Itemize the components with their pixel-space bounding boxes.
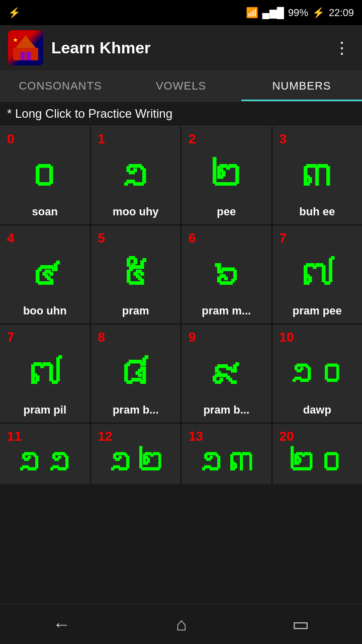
- cell-10-number: 10: [280, 330, 294, 345]
- back-button[interactable]: ←: [38, 609, 86, 640]
- cell-12-number: 12: [98, 429, 113, 444]
- cell-11-khmer: ១១: [15, 446, 75, 478]
- cell-6-khmer: ៦: [208, 248, 244, 301]
- cell-8-label: pram b...: [113, 404, 159, 417]
- tab-numbers[interactable]: NUMBERS: [241, 70, 362, 101]
- status-bar: ⚡ 📶 ▄▆█ 99% ⚡ 22:09: [0, 0, 362, 25]
- cell-0[interactable]: 0 ០ soan: [0, 126, 90, 224]
- cell-5-khmer: ៥: [118, 248, 154, 301]
- cell-13-number: 13: [189, 429, 203, 444]
- battery-icon: ⚡: [312, 7, 325, 19]
- cell-8-number: 8: [98, 330, 105, 345]
- cell-3[interactable]: 3 ៣ buh ee: [273, 126, 363, 224]
- cell-3-khmer: ៣: [299, 149, 335, 202]
- cell-13[interactable]: 13 ១៣: [182, 424, 272, 484]
- cell-0-label: soan: [32, 205, 58, 218]
- cell-0-khmer: ០: [27, 149, 63, 202]
- cell-4-label: boo uhn: [23, 304, 67, 317]
- time-text: 22:09: [329, 7, 354, 19]
- svg-rect-3: [27, 52, 31, 60]
- wifi-icon: 📶: [246, 7, 258, 19]
- cell-7a-number: 7: [280, 230, 287, 246]
- svg-rect-2: [21, 52, 25, 60]
- cell-3-label: buh ee: [299, 205, 335, 218]
- cell-1-number: 1: [98, 131, 105, 147]
- cell-20-number: 20: [280, 429, 294, 444]
- battery-text: 99%: [288, 7, 308, 19]
- cell-7a-label: pram pee: [293, 304, 342, 317]
- home-button[interactable]: ⌂: [161, 609, 202, 640]
- hint-text: * Long Click to Practice Writing: [0, 102, 362, 126]
- cell-4-khmer: ៤: [27, 248, 63, 301]
- signal-icon: ▄▆█: [262, 7, 284, 19]
- numbers-grid: 0 ០ soan 1 ១ moo uhy 2 ២ pee 3 ៣ buh ee …: [0, 126, 362, 484]
- tab-vowels[interactable]: VOWELS: [121, 70, 241, 101]
- cell-3-number: 3: [280, 131, 287, 147]
- cell-9-khmer: ៩: [208, 347, 244, 400]
- cell-4-number: 4: [7, 230, 14, 246]
- cell-8-khmer: ៨: [118, 347, 154, 400]
- cell-10-label: dawp: [303, 404, 331, 417]
- cell-9-label: pram b...: [203, 404, 249, 417]
- cell-5[interactable]: 5 ៥ pram: [91, 225, 181, 324]
- cell-5-number: 5: [98, 230, 105, 246]
- cell-2-number: 2: [189, 131, 196, 147]
- tab-consonants[interactable]: CONSONANTS: [0, 70, 121, 101]
- svg-text:★: ★: [13, 37, 18, 43]
- cell-12[interactable]: 12 ១២: [91, 424, 181, 484]
- cell-7a[interactable]: 7 ៧ pram pee: [273, 225, 363, 324]
- svg-rect-0: [13, 48, 38, 60]
- cell-2-label: pee: [217, 205, 236, 218]
- cell-9-number: 9: [189, 330, 196, 345]
- cell-20-khmer: ២០: [287, 446, 347, 478]
- cell-6-label: pram m...: [202, 304, 251, 317]
- recent-button[interactable]: ▭: [277, 609, 324, 640]
- cell-7b-label: pram pil: [23, 404, 66, 417]
- cell-13-khmer: ១៣: [197, 446, 256, 478]
- app-title: Learn Khmer: [51, 39, 322, 57]
- cell-7a-khmer: ៧: [299, 248, 335, 301]
- tab-bar: CONSONANTS VOWELS NUMBERS: [0, 70, 362, 102]
- status-right: 📶 ▄▆█ 99% ⚡ 22:09: [246, 7, 354, 19]
- cell-1-label: moo uhy: [113, 205, 159, 218]
- cell-2-khmer: ២: [208, 149, 244, 202]
- cell-5-label: pram: [122, 304, 149, 317]
- status-left: ⚡: [8, 7, 21, 19]
- cell-11[interactable]: 11 ១១: [0, 424, 90, 484]
- cell-1[interactable]: 1 ១ moo uhy: [91, 126, 181, 224]
- cell-8[interactable]: 8 ៨ pram b...: [91, 325, 181, 423]
- usb-icon: ⚡: [8, 7, 21, 19]
- cell-9[interactable]: 9 ៩ pram b...: [182, 325, 272, 423]
- cell-7b-khmer: ៧: [27, 347, 63, 400]
- cell-6[interactable]: 6 ៦ pram m...: [182, 225, 272, 324]
- app-logo: ★: [8, 30, 43, 65]
- overflow-menu-button[interactable]: ⋮: [330, 34, 354, 61]
- cell-1-khmer: ១: [118, 149, 154, 202]
- bottom-nav: ← ⌂ ▭: [0, 604, 362, 644]
- cell-6-number: 6: [189, 230, 196, 246]
- cell-2[interactable]: 2 ២ pee: [182, 126, 272, 224]
- cell-7b-number: 7: [7, 330, 14, 345]
- cell-10-khmer: ១០: [287, 347, 347, 400]
- svg-marker-1: [16, 35, 36, 48]
- cell-0-number: 0: [7, 131, 14, 147]
- cell-11-number: 11: [7, 429, 22, 444]
- cell-4[interactable]: 4 ៤ boo uhn: [0, 225, 90, 324]
- cell-12-khmer: ១២: [106, 446, 165, 478]
- cell-7b[interactable]: 7 ៧ pram pil: [0, 325, 90, 423]
- cell-20[interactable]: 20 ២០: [273, 424, 363, 484]
- app-bar: ★ Learn Khmer ⋮: [0, 25, 362, 70]
- cell-10[interactable]: 10 ១០ dawp: [273, 325, 363, 423]
